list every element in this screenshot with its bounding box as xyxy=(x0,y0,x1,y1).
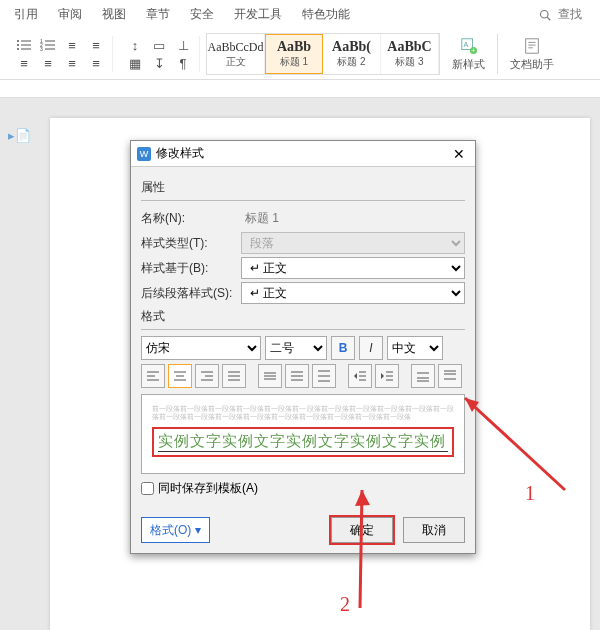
style-preview: AaBb( xyxy=(332,39,371,55)
svg-marker-58 xyxy=(355,490,370,506)
tab-devtools[interactable]: 开发工具 xyxy=(230,4,286,25)
align-center-button[interactable] xyxy=(168,364,192,388)
sample-highlight: 实例文字实例文字实例文字实例文字实例 xyxy=(152,427,454,457)
indent-inc-icon[interactable]: ≡ xyxy=(86,36,106,54)
outline-toggle-icon[interactable]: ▸📄 xyxy=(8,128,31,143)
preview-context-text: 前一段落前一段落前一段落前一段落前一段落前一段落前一段落前一段落前一段落前一段落… xyxy=(152,405,454,421)
lang-select[interactable]: 中文 xyxy=(387,336,443,360)
toolbar: 123 ≡ ≡ ≡ ≡ ≡ ≡ ↕ ▭ ⊥ ▦ ↧ ¶ xyxy=(0,29,600,79)
style-label: 标题 1 xyxy=(280,55,308,69)
ribbon: 引用 审阅 视图 章节 安全 开发工具 特色功能 查找 123 ≡ ≡ ≡ ≡ … xyxy=(0,0,600,80)
spacing-normal-button[interactable] xyxy=(285,364,309,388)
section-format: 格式 xyxy=(141,308,465,325)
search-box[interactable]: 查找 xyxy=(535,2,590,27)
italic-button[interactable]: I xyxy=(359,336,383,360)
indent-dec-button[interactable] xyxy=(375,364,399,388)
para-after-button[interactable] xyxy=(438,364,462,388)
svg-line-1 xyxy=(547,17,550,20)
tab-special[interactable]: 特色功能 xyxy=(298,4,354,25)
spacing-loose-button[interactable] xyxy=(312,364,336,388)
doc-assistant-button[interactable]: 文档助手 xyxy=(504,37,560,72)
svg-point-2 xyxy=(17,40,19,42)
borders-icon[interactable]: ▦ xyxy=(125,54,145,72)
font-row: 仿宋 二号 B I 中文 xyxy=(141,336,465,360)
style-heading3[interactable]: AaBbC 标题 3 xyxy=(381,34,439,74)
style-heading1[interactable]: AaBb 标题 1 xyxy=(265,34,323,74)
style-preview-box: 前一段落前一段落前一段落前一段落前一段落前一段落前一段落前一段落前一段落前一段落… xyxy=(141,394,465,474)
dialog-title: 修改样式 xyxy=(156,145,204,162)
indent-dec-icon[interactable]: ≡ xyxy=(62,36,82,54)
linespacing-icon[interactable]: ↕ xyxy=(125,36,145,54)
align-left-icon[interactable]: ≡ xyxy=(14,54,34,72)
svg-line-57 xyxy=(360,490,362,608)
shading-icon[interactable]: ▭ xyxy=(149,36,169,54)
based-label: 样式基于(B): xyxy=(141,260,241,277)
align-justify-icon[interactable]: ≡ xyxy=(86,54,106,72)
style-normal[interactable]: AaBbCcDd 正文 xyxy=(207,34,265,74)
close-icon[interactable]: ✕ xyxy=(449,146,469,162)
numbering-icon[interactable]: 123 xyxy=(38,36,58,54)
bold-button[interactable]: B xyxy=(331,336,355,360)
align-right-icon[interactable]: ≡ xyxy=(62,54,82,72)
ruler[interactable] xyxy=(0,80,600,98)
svg-rect-18 xyxy=(526,38,539,52)
chevron-down-icon: ▾ xyxy=(195,523,201,537)
align-center-icon[interactable]: ≡ xyxy=(38,54,58,72)
sort-icon[interactable]: ↧ xyxy=(149,54,169,72)
new-style-label: 新样式 xyxy=(452,57,485,72)
format-menu-label: 格式(O) xyxy=(150,522,191,539)
tab-security[interactable]: 安全 xyxy=(186,4,218,25)
format-menu-button[interactable]: 格式(O) ▾ xyxy=(141,517,210,543)
bullets-icon[interactable] xyxy=(14,36,34,54)
based-select[interactable]: ↵ 正文 xyxy=(241,257,465,279)
titlebar[interactable]: W 修改样式 ✕ xyxy=(131,141,475,167)
font-name-select[interactable]: 仿宋 xyxy=(141,336,261,360)
type-label: 样式类型(T): xyxy=(141,235,241,252)
style-preview: AaBb xyxy=(277,39,311,55)
doc-assistant-icon xyxy=(523,37,541,55)
annotation-label-2: 2 xyxy=(340,593,350,616)
follow-label: 后续段落样式(S): xyxy=(141,285,241,302)
spacing-tight-button[interactable] xyxy=(258,364,282,388)
tab-sections[interactable]: 章节 xyxy=(142,4,174,25)
annotation-arrow-2 xyxy=(300,480,420,620)
dialog-body: 属性 名称(N): 标题 1 样式类型(T): 段落 样式基于(B): ↵ 正文… xyxy=(131,167,475,511)
svg-text:3: 3 xyxy=(40,46,43,51)
new-style-button[interactable]: A+ 新样式 xyxy=(446,37,491,72)
align-row xyxy=(141,364,465,388)
type-select: 段落 xyxy=(241,232,465,254)
align-justify-button[interactable] xyxy=(222,364,246,388)
tabstop-icon[interactable]: ⊥ xyxy=(173,36,193,54)
annotation-label-1: 1 xyxy=(525,482,535,505)
search-label: 查找 xyxy=(554,4,586,25)
svg-text:A: A xyxy=(463,39,468,48)
style-heading2[interactable]: AaBb( 标题 2 xyxy=(323,34,381,74)
styles-gallery[interactable]: AaBbCcDd 正文 AaBb 标题 1 AaBb( 标题 2 AaBbC 标… xyxy=(206,33,440,75)
svg-point-6 xyxy=(17,48,19,50)
save-template-label: 同时保存到模板(A) xyxy=(158,480,258,497)
indent-inc-button[interactable] xyxy=(348,364,372,388)
svg-line-55 xyxy=(465,398,565,490)
name-value: 标题 1 xyxy=(241,207,465,229)
app-icon: W xyxy=(137,147,151,161)
doc-assistant-label: 文档助手 xyxy=(510,57,554,72)
sample-text: 实例文字实例文字实例文字实例文字实例 xyxy=(158,432,448,452)
style-label: 标题 3 xyxy=(395,55,423,69)
svg-text:+: + xyxy=(471,46,475,55)
tab-view[interactable]: 视图 xyxy=(98,4,130,25)
group-paragraph: 123 ≡ ≡ ≡ ≡ ≡ ≡ xyxy=(8,36,113,72)
align-right-button[interactable] xyxy=(195,364,219,388)
follow-select[interactable]: ↵ 正文 xyxy=(241,282,465,304)
group-para2: ↕ ▭ ⊥ ▦ ↧ ¶ xyxy=(119,36,200,72)
para-before-button[interactable] xyxy=(411,364,435,388)
tab-review[interactable]: 审阅 xyxy=(54,4,86,25)
tab-references[interactable]: 引用 xyxy=(10,4,42,25)
save-template-checkbox[interactable] xyxy=(141,482,154,495)
pilcrow-icon[interactable]: ¶ xyxy=(173,54,193,72)
annotation-arrow-1 xyxy=(455,390,575,500)
font-size-select[interactable]: 二号 xyxy=(265,336,327,360)
search-icon xyxy=(539,9,551,21)
svg-point-4 xyxy=(17,44,19,46)
align-left-button[interactable] xyxy=(141,364,165,388)
style-label: 标题 2 xyxy=(337,55,365,69)
